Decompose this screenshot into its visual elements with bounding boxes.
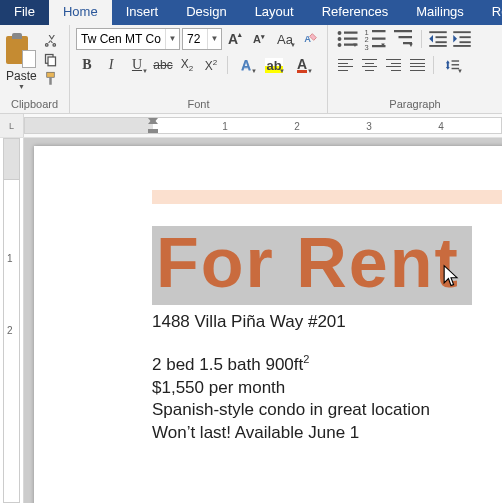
- headline-selection[interactable]: For Rent: [152, 226, 472, 305]
- tab-insert[interactable]: Insert: [112, 0, 173, 25]
- svg-rect-22: [436, 42, 447, 44]
- page-scroll[interactable]: For Rent 1488 Villa Piña Way #201 2 bed …: [24, 138, 502, 503]
- change-case-button[interactable]: Aa▼: [272, 28, 298, 50]
- chevron-down-icon[interactable]: ▼: [207, 29, 221, 49]
- svg-rect-24: [453, 32, 471, 34]
- multilevel-list-button[interactable]: ▼: [390, 28, 416, 50]
- group-clipboard: Paste ▼ Clipboard: [0, 25, 70, 113]
- paste-label: Paste: [6, 69, 37, 83]
- svg-rect-29: [451, 64, 459, 65]
- ruler-tick: 2: [294, 121, 300, 132]
- spec-text: 2 bed 1.5 bath 900ft: [152, 355, 303, 374]
- svg-rect-18: [399, 36, 413, 38]
- font-size-combo[interactable]: ▼: [182, 28, 222, 50]
- svg-rect-8: [344, 38, 358, 40]
- svg-rect-17: [394, 30, 412, 32]
- avail-line[interactable]: Won’t last! Available June 1: [152, 422, 502, 445]
- svg-point-5: [338, 31, 342, 35]
- hanging-indent[interactable]: [148, 118, 158, 124]
- spec-superscript: 2: [303, 353, 309, 365]
- italic-button[interactable]: I: [100, 54, 122, 76]
- group-label-paragraph: Paragraph: [334, 97, 496, 113]
- spec-line[interactable]: 2 bed 1.5 bath 900ft2: [152, 352, 502, 377]
- superscript-button[interactable]: X2: [200, 54, 222, 76]
- format-painter-button[interactable]: [42, 70, 60, 86]
- svg-text:A: A: [304, 34, 311, 44]
- svg-rect-21: [436, 37, 447, 39]
- tab-mailings[interactable]: Mailings: [402, 0, 478, 25]
- bullets-button[interactable]: ▼: [334, 28, 360, 50]
- tab-layout[interactable]: Layout: [241, 0, 308, 25]
- strikethrough-button[interactable]: abc: [152, 54, 174, 76]
- ribbon: Paste ▼ Clipboard: [0, 25, 502, 114]
- address-line[interactable]: 1488 Villa Piña Way #201: [152, 311, 502, 334]
- desc-line[interactable]: Spanish-style condo in great location: [152, 399, 502, 422]
- increase-indent-button[interactable]: [451, 28, 473, 50]
- headline-text[interactable]: For Rent: [156, 232, 466, 295]
- bold-button[interactable]: B: [76, 54, 98, 76]
- mouse-cursor-icon: [442, 264, 460, 291]
- group-label-font: Font: [76, 97, 321, 113]
- left-indent[interactable]: [148, 129, 158, 134]
- svg-point-9: [338, 43, 342, 47]
- ribbon-tabstrip: File Home Insert Design Layout Reference…: [0, 0, 502, 25]
- svg-rect-27: [453, 45, 471, 47]
- svg-rect-6: [344, 32, 358, 34]
- ruler-tick: 4: [438, 121, 444, 132]
- tab-selector[interactable]: L: [0, 114, 24, 137]
- tab-home[interactable]: Home: [49, 0, 112, 25]
- underline-button[interactable]: U▼: [124, 54, 150, 76]
- decorative-stripe: [152, 190, 502, 204]
- font-color-button[interactable]: A▼: [289, 54, 315, 76]
- tab-file[interactable]: File: [0, 0, 49, 25]
- font-name-combo[interactable]: ▼: [76, 28, 180, 50]
- price-line[interactable]: $1,550 per month: [152, 377, 502, 400]
- font-name-input[interactable]: [77, 29, 165, 49]
- document-body[interactable]: 1488 Villa Piña Way #201 2 bed 1.5 bath …: [152, 311, 502, 445]
- copy-button[interactable]: [42, 51, 60, 67]
- group-paragraph: ▼ 123▼ ▼ ▼ Paragraph: [328, 25, 502, 113]
- clear-formatting-button[interactable]: A: [300, 28, 322, 50]
- justify-button[interactable]: [406, 54, 428, 76]
- group-font: ▼ ▼ A A Aa▼ A B I U▼: [70, 25, 328, 113]
- font-size-input[interactable]: [183, 29, 207, 49]
- grow-font-button[interactable]: A: [224, 28, 246, 50]
- document-page[interactable]: For Rent 1488 Villa Piña Way #201 2 bed …: [34, 146, 502, 503]
- align-center-button[interactable]: [358, 54, 380, 76]
- subscript-button[interactable]: X2: [176, 54, 198, 76]
- svg-rect-23: [429, 45, 447, 47]
- tab-references[interactable]: References: [308, 0, 402, 25]
- svg-rect-28: [451, 60, 459, 61]
- highlight-button[interactable]: ab▼: [261, 54, 287, 76]
- vertical-ruler[interactable]: 1 2: [0, 138, 24, 503]
- tab-review[interactable]: Rev: [478, 0, 502, 25]
- numbering-button[interactable]: 123▼: [362, 28, 388, 50]
- shrink-font-button[interactable]: A: [248, 28, 270, 50]
- ruler-area: L 1 2 3 4 5: [0, 114, 502, 138]
- document-area: 1 2 For Rent 1488 Villa Piña Way #201 2 …: [0, 138, 502, 503]
- chevron-down-icon[interactable]: ▼: [18, 83, 25, 90]
- ruler-tick: 2: [7, 325, 13, 336]
- svg-rect-25: [460, 37, 471, 39]
- ruler-tick: 1: [222, 121, 228, 132]
- svg-rect-2: [47, 72, 55, 77]
- svg-rect-1: [48, 57, 56, 66]
- group-label-clipboard: Clipboard: [6, 97, 63, 113]
- svg-rect-12: [372, 30, 386, 32]
- ruler-tick: 1: [7, 253, 13, 264]
- svg-text:3: 3: [365, 43, 369, 52]
- svg-rect-3: [49, 77, 52, 85]
- paste-button[interactable]: Paste ▼: [6, 28, 37, 97]
- ruler-tick: 3: [366, 121, 372, 132]
- chevron-down-icon[interactable]: ▼: [165, 29, 179, 49]
- paste-icon: [6, 32, 36, 68]
- line-spacing-button[interactable]: ▼: [439, 54, 465, 76]
- svg-rect-26: [460, 42, 471, 44]
- align-left-button[interactable]: [334, 54, 356, 76]
- decrease-indent-button[interactable]: [427, 28, 449, 50]
- text-effects-button[interactable]: A▼: [233, 54, 259, 76]
- tab-design[interactable]: Design: [172, 0, 240, 25]
- align-right-button[interactable]: [382, 54, 404, 76]
- cut-button[interactable]: [42, 32, 60, 48]
- horizontal-ruler[interactable]: 1 2 3 4 5: [24, 117, 502, 134]
